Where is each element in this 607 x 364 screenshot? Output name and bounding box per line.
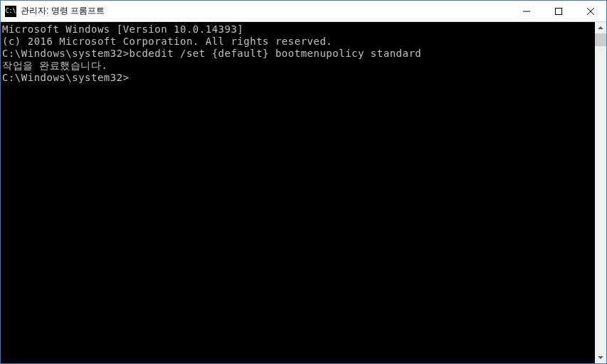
minimize-button[interactable] — [510, 1, 542, 21]
output-line: (c) 2016 Microsoft Corporation. All righ… — [2, 36, 595, 48]
minimize-icon — [523, 8, 530, 15]
chevron-down-icon — [598, 355, 603, 360]
output-line: Microsoft Windows [Version 10.0.14393] — [2, 23, 595, 36]
output-line: C:\Windows\system32>bcdedit /set {defaul… — [2, 48, 595, 60]
console-area: Microsoft Windows [Version 10.0.14393](c… — [1, 22, 606, 363]
window-titlebar: C:\ 관리자: 명령 프롬프트 — [1, 1, 606, 22]
maximize-button[interactable] — [542, 1, 574, 21]
maximize-icon — [555, 8, 562, 15]
window-controls — [510, 1, 606, 21]
scroll-track[interactable] — [595, 33, 606, 352]
close-icon — [587, 8, 594, 15]
console-output[interactable]: Microsoft Windows [Version 10.0.14393](c… — [1, 22, 595, 363]
app-icon: C:\ — [5, 6, 16, 17]
app-icon-text: C:\ — [6, 8, 16, 14]
scroll-up-button[interactable] — [595, 22, 606, 33]
scroll-thumb[interactable] — [595, 33, 606, 46]
prompt-line: C:\Windows\system32> — [2, 72, 595, 84]
close-button[interactable] — [574, 1, 606, 21]
chevron-up-icon — [598, 25, 603, 31]
svg-rect-1 — [555, 8, 561, 14]
output-line: 작업을 완료했습니다. — [2, 60, 595, 72]
scroll-down-button[interactable] — [595, 352, 606, 363]
vertical-scrollbar[interactable] — [595, 22, 606, 363]
window-title: 관리자: 명령 프롬프트 — [21, 5, 510, 17]
